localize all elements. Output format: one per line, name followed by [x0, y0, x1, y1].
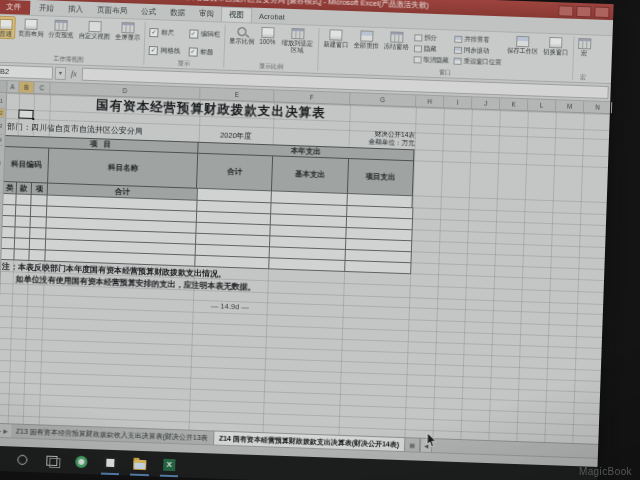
column-header-A[interactable]: A	[6, 81, 19, 92]
row-header-2[interactable]: 2	[0, 109, 5, 118]
page-layout-icon	[24, 19, 37, 30]
row-header-3[interactable]: 3	[0, 118, 4, 135]
column-header-L[interactable]: L	[528, 99, 556, 111]
insert-worksheet-icon[interactable]: ▦	[405, 438, 420, 452]
row-header-9[interactable]: 9	[0, 214, 1, 225]
gridline	[0, 360, 600, 382]
last-sheet-icon[interactable]: ▶	[3, 427, 8, 434]
column-header-B[interactable]: B	[19, 81, 34, 93]
row-header-4[interactable]: 4	[0, 135, 4, 146]
row-header-5[interactable]: 5	[0, 146, 3, 181]
sheet-grid[interactable]: 1234567891011121314151617181920212223242…	[0, 93, 610, 444]
page-break-preview-button[interactable]: 分页预览	[46, 17, 76, 39]
zoom-100-button[interactable]: 100%	[257, 25, 278, 46]
column-header-C[interactable]: C	[34, 82, 50, 94]
file-explorer[interactable]	[133, 451, 147, 476]
ribbon-tab-acrobat[interactable]: Acrobat	[252, 10, 292, 24]
ribbon-tab-insert[interactable]: 插入	[61, 2, 90, 17]
gridline	[0, 316, 602, 338]
custom-views-button[interactable]: 自定义视图	[76, 18, 112, 40]
checkbox-checked-icon: ✓	[149, 28, 158, 37]
column-header-I[interactable]: I	[444, 96, 472, 108]
browser-app-icon[interactable]	[75, 455, 87, 467]
side-by-side-icon	[454, 36, 462, 43]
row-header-10[interactable]: 10	[0, 225, 1, 236]
page-layout-view-button[interactable]: 页面布局	[16, 16, 46, 38]
headings-checkbox[interactable]: ✓ 标题	[188, 43, 220, 61]
split-icon	[414, 34, 422, 41]
table-row[interactable]	[268, 257, 346, 272]
scanner-app-icon	[104, 456, 116, 468]
table-row[interactable]	[28, 249, 45, 262]
column-header-K[interactable]: K	[500, 98, 528, 110]
header-subject-code[interactable]: 科目编码	[3, 146, 49, 184]
mouse-cursor	[426, 433, 437, 448]
table-row[interactable]	[344, 260, 411, 274]
minimize-button[interactable]	[558, 5, 573, 17]
scanner-app[interactable]	[104, 450, 117, 475]
ruler-checkbox[interactable]: ✓ 标尺	[149, 24, 181, 42]
start-icon[interactable]	[0, 452, 1, 464]
reset-window-position-button[interactable]: 重设窗口位置	[453, 57, 501, 68]
row-header-1[interactable]: 1	[0, 93, 5, 109]
next-sheet-icon[interactable]: ▶	[0, 427, 1, 434]
ribbon-tab-data[interactable]: 数据	[163, 5, 192, 20]
row-header-6[interactable]: 6	[0, 180, 2, 192]
table-row[interactable]	[13, 248, 29, 261]
task-view-icon[interactable]	[46, 455, 57, 465]
close-button[interactable]	[594, 7, 609, 19]
normal-view-button[interactable]: 普通	[0, 16, 16, 39]
save-workspace-button[interactable]: 保存工作区	[505, 33, 541, 55]
excel-window: 四川省自贡市自流井区公安分局 [兼容模式] - Microsoft Excel(…	[0, 0, 614, 480]
column-header-N[interactable]: N	[584, 101, 612, 113]
checkbox-checked-icon: ✓	[149, 46, 158, 55]
new-window-button[interactable]: 新建窗口	[321, 27, 351, 49]
macros-button[interactable]: 宏	[575, 36, 593, 57]
gridline	[0, 349, 601, 371]
hide-icon	[414, 45, 422, 52]
column-header-H[interactable]: H	[416, 95, 444, 107]
ribbon-tab-view[interactable]: 视图	[221, 6, 253, 22]
gridlines-checkbox[interactable]: ✓ 网格线	[148, 42, 180, 60]
ribbon-tab-review[interactable]: 审阅	[192, 6, 221, 21]
selected-cell-b2[interactable]	[18, 109, 33, 119]
excel-app[interactable]: X	[163, 452, 176, 477]
hide-button[interactable]: 隐藏	[414, 44, 449, 54]
name-box-dropdown-icon[interactable]: ▾	[55, 67, 66, 80]
name-box[interactable]: B2	[0, 65, 53, 80]
new-window-icon	[330, 29, 343, 40]
header-total[interactable]: 合计	[196, 153, 273, 192]
formula-bar-checkbox[interactable]: ✓ 编辑栏	[189, 25, 221, 43]
insert-function-icon[interactable]: fx	[68, 69, 80, 78]
gridline	[0, 382, 600, 404]
synchronous-scrolling-button[interactable]: 同步滚动	[454, 46, 502, 57]
zoom-to-selection-button[interactable]: 缩放到选定区域	[278, 26, 317, 54]
ribbon-tab-file[interactable]: 文件	[0, 0, 30, 15]
laptop-photo: 四川省自贡市自流井区公安分局 [兼容模式] - Microsoft Excel(…	[0, 0, 640, 480]
switch-windows-button[interactable]: 切换窗口	[541, 35, 571, 57]
group-window: 新建窗口 全部重排 冻结窗格 拆分	[318, 26, 573, 82]
arrange-all-button[interactable]: 全部重排	[351, 28, 381, 50]
group-workbook-views: 普通 页面布局 分页预览 自定义视图	[0, 15, 145, 67]
row-header-8[interactable]: 8	[0, 203, 1, 214]
header-project-expense[interactable]: 项目支出	[347, 158, 414, 196]
row-header-7[interactable]: 7	[0, 192, 2, 203]
freeze-panes-button[interactable]: 冻结窗格	[382, 29, 412, 51]
column-header-M[interactable]: M	[556, 100, 584, 112]
ribbon-tab-formulas[interactable]: 公式	[134, 4, 163, 19]
maximize-button[interactable]	[576, 6, 591, 18]
full-screen-button[interactable]: 全屏显示	[113, 20, 143, 42]
header-basic-expense[interactable]: 基本支出	[271, 155, 349, 194]
column-header-G[interactable]: G	[350, 93, 416, 106]
unhide-button[interactable]: 取消隐藏	[413, 55, 448, 65]
ribbon-tab-home[interactable]: 开始	[32, 1, 61, 16]
split-button[interactable]: 拆分	[414, 33, 449, 43]
window-controls	[558, 5, 609, 18]
ribbon-tab-page-layout[interactable]: 页面布局	[90, 3, 134, 19]
search-icon[interactable]	[17, 454, 27, 464]
column-header-J[interactable]: J	[472, 97, 500, 109]
view-side-by-side-button[interactable]: 并排查看	[454, 35, 502, 46]
reset-window-icon	[454, 58, 462, 65]
zoom-button[interactable]: 显示比例	[227, 24, 257, 46]
running-indicator	[101, 473, 119, 476]
